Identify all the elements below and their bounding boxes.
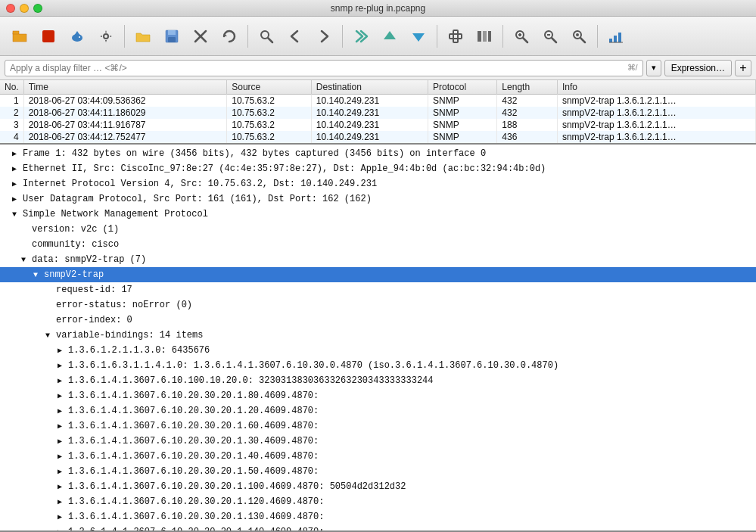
svg-rect-32 bbox=[618, 33, 621, 42]
detail-line[interactable]: ▶ 1.3.6.1.6.3.1.1.4.1.0: 1.3.6.1.4.1.360… bbox=[0, 358, 756, 373]
sep3 bbox=[342, 25, 343, 48]
minimize-window-btn[interactable] bbox=[20, 4, 29, 13]
back-btn[interactable] bbox=[282, 23, 309, 50]
col-info[interactable]: Info bbox=[557, 80, 755, 95]
filter-input-wrap[interactable]: ⌘/ bbox=[5, 60, 643, 76]
detail-line[interactable]: ▼ data: snmpV2-trap (7) bbox=[0, 252, 756, 267]
detail-line: community: cisco bbox=[0, 237, 756, 252]
filter-arrow-btn[interactable]: ▾ bbox=[646, 60, 661, 76]
detail-line: error-status: noError (0) bbox=[0, 297, 756, 313]
detail-line[interactable]: ▶ 1.3.6.1.4.1.3607.6.10.20.30.20.1.40.46… bbox=[0, 449, 756, 464]
detail-line[interactable]: ▶ 1.3.6.1.4.1.3607.6.10.20.30.20.1.80.46… bbox=[0, 388, 756, 403]
svg-rect-8 bbox=[168, 30, 176, 35]
detail-text: User Datagram Protocol, Src Port: 161 (1… bbox=[23, 194, 372, 204]
detail-line[interactable]: ▶ User Datagram Protocol, Src Port: 161 … bbox=[0, 191, 756, 207]
toolbar bbox=[0, 17, 756, 56]
svg-line-28 bbox=[580, 38, 585, 42]
scroll-up-btn[interactable] bbox=[376, 23, 403, 50]
go-btn[interactable] bbox=[347, 23, 375, 50]
cell-protocol: SNMP bbox=[428, 95, 497, 107]
col-destination[interactable]: Destination bbox=[311, 80, 428, 95]
cell-protocol: SNMP bbox=[428, 131, 497, 143]
detail-text: Ethernet II, Src: CiscoInc_97:8e:27 (4c:… bbox=[23, 163, 546, 174]
col-protocol[interactable]: Protocol bbox=[428, 80, 497, 95]
detail-text: Simple Network Management Protocol bbox=[23, 209, 208, 219]
zoom-in-btn[interactable] bbox=[508, 23, 535, 50]
toggle-icon: ▶ bbox=[12, 148, 23, 160]
add-filter-btn[interactable]: + bbox=[735, 60, 751, 76]
window-title: snmp re-plug in.pcapng bbox=[331, 3, 425, 14]
reload-btn[interactable] bbox=[216, 23, 243, 50]
toggle-icon: ▶ bbox=[58, 527, 68, 532]
col-time[interactable]: Time bbox=[23, 80, 227, 95]
detail-line[interactable]: ▶ 1.3.6.1.4.1.3607.6.10.20.30.20.1.50.46… bbox=[0, 464, 756, 479]
packet-table: No. Time Source Destination Protocol Len… bbox=[0, 80, 756, 143]
svg-rect-31 bbox=[614, 36, 617, 42]
scroll-down-btn[interactable] bbox=[405, 23, 432, 50]
detail-text: 1.3.6.1.4.1.3607.6.10.20.30.20.1.140.460… bbox=[68, 527, 324, 532]
cell-info: snmpV2-trap 1.3.6.1.2.1.1… bbox=[557, 107, 755, 119]
packet-detail[interactable]: ▶ Frame 1: 432 bytes on wire (3456 bits)… bbox=[0, 145, 756, 532]
detail-line[interactable]: ▶ 1.3.6.1.4.1.3607.6.10.20.30.20.1.30.46… bbox=[0, 434, 756, 449]
filterbar: ⌘/ ▾ Expression… + bbox=[0, 56, 756, 80]
filter-input[interactable] bbox=[10, 63, 624, 73]
detail-line[interactable]: ▶ 1.3.6.1.4.1.3607.6.10.20.30.20.1.60.46… bbox=[0, 418, 756, 434]
main-content: No. Time Source Destination Protocol Len… bbox=[0, 80, 756, 532]
settings-btn[interactable] bbox=[92, 23, 120, 50]
open-file-btn[interactable] bbox=[6, 23, 33, 50]
cell-source: 10.75.63.2 bbox=[227, 107, 312, 119]
table-row[interactable]: 4 2018-06-27 03:44:12.752477 10.75.63.2 … bbox=[0, 131, 756, 143]
detail-line[interactable]: ▶ 1.3.6.1.4.1.3607.6.10.20.30.20.1.100.4… bbox=[0, 479, 756, 494]
toggle-icon: ▶ bbox=[58, 466, 68, 478]
svg-line-25 bbox=[552, 38, 556, 42]
shark-btn[interactable] bbox=[64, 23, 91, 50]
svg-rect-30 bbox=[609, 39, 612, 42]
detail-line[interactable]: ▶ 1.3.6.1.4.1.3607.6.10.20.30.20.1.130.4… bbox=[0, 509, 756, 524]
maximize-window-btn[interactable] bbox=[33, 4, 42, 13]
col-source[interactable]: Source bbox=[227, 80, 312, 95]
detail-text: 1.3.6.1.4.1.3607.6.10.100.10.20.0: 32303… bbox=[68, 375, 433, 386]
close-file-btn[interactable] bbox=[187, 23, 214, 50]
svg-rect-17 bbox=[478, 31, 481, 42]
detail-text: 1.3.6.1.4.1.3607.6.10.20.30.20.1.20.4609… bbox=[68, 406, 319, 416]
zoom-out-btn[interactable] bbox=[537, 23, 564, 50]
close-window-btn[interactable] bbox=[6, 4, 15, 13]
toggle-icon: ▶ bbox=[12, 194, 23, 205]
expression-btn[interactable]: Expression… bbox=[664, 60, 732, 76]
table-row[interactable]: 1 2018-06-27 03:44:09.536362 10.75.63.2 … bbox=[0, 95, 756, 107]
col-length[interactable]: Length bbox=[497, 80, 558, 95]
graph-btn[interactable] bbox=[602, 23, 630, 50]
detail-line[interactable]: ▶ 1.3.6.1.2.1.1.3.0: 6435676 bbox=[0, 343, 756, 358]
detail-line[interactable]: ▶ Internet Protocol Version 4, Src: 10.7… bbox=[0, 176, 756, 191]
detail-line[interactable]: ▼ snmpV2-trap bbox=[0, 267, 756, 282]
detail-line[interactable]: ▶ 1.3.6.1.4.1.3607.6.10.20.30.20.1.140.4… bbox=[0, 524, 756, 532]
resize-btn[interactable] bbox=[442, 23, 469, 50]
toggle-icon: ▶ bbox=[58, 436, 68, 447]
col-no[interactable]: No. bbox=[0, 80, 23, 95]
detail-line[interactable]: ▼ variable-bindings: 14 items bbox=[0, 328, 756, 343]
table-row[interactable]: 2 2018-06-27 03:44:11.186029 10.75.63.2 … bbox=[0, 107, 756, 119]
columns-btn[interactable] bbox=[471, 23, 498, 50]
save-btn[interactable] bbox=[158, 23, 185, 50]
svg-rect-9 bbox=[168, 37, 176, 42]
open-folder-btn[interactable] bbox=[129, 23, 157, 50]
svg-marker-4 bbox=[74, 31, 80, 36]
detail-line[interactable]: ▶ Frame 1: 432 bytes on wire (3456 bits)… bbox=[0, 146, 756, 161]
detail-line[interactable]: ▶ 1.3.6.1.4.1.3607.6.10.20.30.20.1.20.46… bbox=[0, 403, 756, 418]
cell-info: snmpV2-trap 1.3.6.1.2.1.1… bbox=[557, 119, 755, 131]
detail-line: request-id: 17 bbox=[0, 282, 756, 297]
detail-text: 1.3.6.1.4.1.3607.6.10.20.30.20.1.80.4609… bbox=[68, 390, 319, 401]
forward-btn[interactable] bbox=[310, 23, 338, 50]
toggle-icon: ▶ bbox=[58, 421, 68, 432]
zoom-normal-btn[interactable] bbox=[565, 23, 593, 50]
detail-line: error-index: 0 bbox=[0, 313, 756, 328]
search-btn[interactable] bbox=[253, 23, 280, 50]
detail-text: community: cisco bbox=[32, 239, 119, 250]
table-row[interactable]: 3 2018-06-27 03:44:11.916787 10.75.63.2 … bbox=[0, 119, 756, 131]
detail-line[interactable]: ▶ 1.3.6.1.4.1.3607.6.10.100.10.20.0: 323… bbox=[0, 373, 756, 388]
detail-line[interactable]: ▼ Simple Network Management Protocol bbox=[0, 207, 756, 222]
detail-line[interactable]: ▶ 1.3.6.1.4.1.3607.6.10.20.30.20.1.120.4… bbox=[0, 494, 756, 509]
detail-line[interactable]: ▶ Ethernet II, Src: CiscoInc_97:8e:27 (4… bbox=[0, 161, 756, 176]
stop-btn[interactable] bbox=[35, 23, 62, 50]
cell-source: 10.75.63.2 bbox=[227, 131, 312, 143]
